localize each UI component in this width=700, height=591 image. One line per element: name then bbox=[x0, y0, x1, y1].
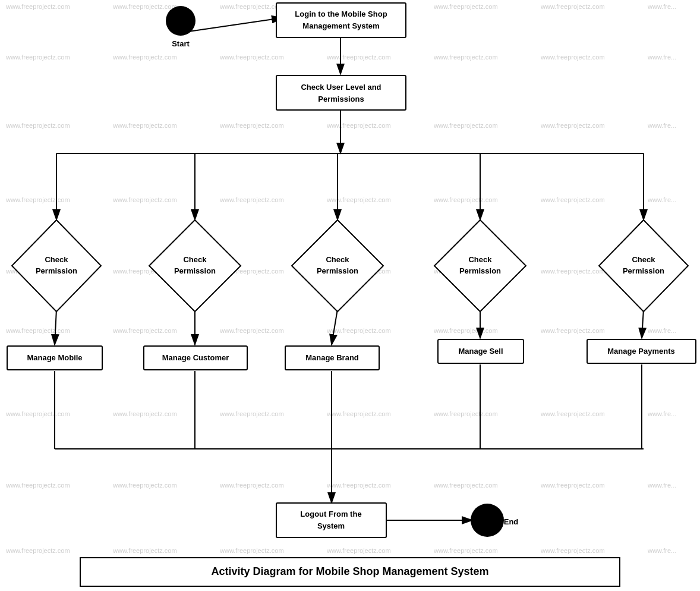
login-node bbox=[276, 3, 406, 37]
svg-text:www.freeprojectz.com: www.freeprojectz.com bbox=[112, 547, 177, 554]
svg-text:www.fre...: www.fre... bbox=[647, 482, 676, 489]
svg-text:www.freeprojectz.com: www.freeprojectz.com bbox=[326, 122, 391, 129]
svg-text:www.freeprojectz.com: www.freeprojectz.com bbox=[540, 547, 605, 554]
svg-text:www.freeprojectz.com: www.freeprojectz.com bbox=[540, 268, 605, 275]
svg-text:www.fre...: www.fre... bbox=[647, 122, 676, 129]
svg-text:www.freeprojectz.com: www.freeprojectz.com bbox=[219, 196, 284, 203]
login-label2: Management System bbox=[302, 21, 379, 30]
check-permission-2 bbox=[149, 220, 241, 312]
svg-text:www.freeprojectz.com: www.freeprojectz.com bbox=[326, 482, 391, 489]
logout-node bbox=[276, 503, 386, 537]
check-permission-5-label2: Permission bbox=[623, 266, 664, 275]
svg-text:www.freeprojectz.com: www.freeprojectz.com bbox=[540, 122, 605, 129]
diagram-container: www.freeprojectz.com www.freeprojectz.co… bbox=[0, 0, 700, 591]
svg-text:www.fre...: www.fre... bbox=[647, 547, 676, 554]
svg-text:www.freeprojectz.com: www.freeprojectz.com bbox=[219, 327, 284, 334]
svg-line-77 bbox=[642, 309, 644, 338]
svg-text:www.freeprojectz.com: www.freeprojectz.com bbox=[433, 54, 498, 61]
check-permission-2-label: Check bbox=[183, 255, 207, 264]
svg-text:www.freeprojectz.com: www.freeprojectz.com bbox=[540, 54, 605, 61]
svg-text:www.freeprojectz.com: www.freeprojectz.com bbox=[5, 54, 70, 61]
check-permission-4-label2: Permission bbox=[459, 266, 501, 275]
svg-text:www.fre...: www.fre... bbox=[647, 3, 676, 10]
svg-text:www.fre...: www.fre... bbox=[647, 54, 676, 61]
diagram-title: Activity Diagram for Mobile Shop Managem… bbox=[211, 565, 488, 577]
check-permission-1 bbox=[12, 220, 101, 312]
check-permission-4-label: Check bbox=[468, 255, 492, 264]
svg-text:www.freeprojectz.com: www.freeprojectz.com bbox=[433, 3, 498, 10]
svg-text:www.freeprojectz.com: www.freeprojectz.com bbox=[5, 547, 70, 554]
svg-text:www.freeprojectz.com: www.freeprojectz.com bbox=[326, 327, 391, 334]
svg-text:www.freeprojectz.com: www.freeprojectz.com bbox=[112, 196, 177, 203]
svg-text:www.freeprojectz.com: www.freeprojectz.com bbox=[5, 410, 70, 417]
svg-text:www.fre...: www.fre... bbox=[647, 196, 676, 203]
svg-text:www.freeprojectz.com: www.freeprojectz.com bbox=[433, 482, 498, 489]
svg-text:www.freeprojectz.com: www.freeprojectz.com bbox=[219, 54, 284, 61]
svg-text:www.freeprojectz.com: www.freeprojectz.com bbox=[326, 196, 391, 203]
svg-text:www.freeprojectz.com: www.freeprojectz.com bbox=[5, 3, 70, 10]
svg-text:www.freeprojectz.com: www.freeprojectz.com bbox=[219, 482, 284, 489]
start-label: Start bbox=[172, 39, 190, 48]
login-label: Login to the Mobile Shop bbox=[295, 10, 387, 18]
svg-text:www.freeprojectz.com: www.freeprojectz.com bbox=[326, 410, 391, 417]
check-user-level-label2: Permissions bbox=[318, 95, 364, 103]
manage-payments-label: Manage Payments bbox=[607, 347, 674, 356]
svg-text:www.freeprojectz.com: www.freeprojectz.com bbox=[5, 482, 70, 489]
svg-text:www.freeprojectz.com: www.freeprojectz.com bbox=[112, 410, 177, 417]
end-label: End bbox=[504, 517, 519, 526]
check-permission-1-label2: Permission bbox=[36, 266, 77, 275]
check-permission-3-label: Check bbox=[326, 255, 349, 264]
check-permission-5 bbox=[599, 220, 688, 312]
svg-text:www.fre...: www.fre... bbox=[647, 327, 676, 334]
svg-text:www.fre...: www.fre... bbox=[647, 410, 676, 417]
svg-text:www.freeprojectz.com: www.freeprojectz.com bbox=[540, 482, 605, 489]
check-permission-4 bbox=[434, 220, 526, 312]
manage-customer-label: Manage Customer bbox=[162, 353, 229, 362]
end-node bbox=[471, 504, 504, 537]
svg-text:www.freeprojectz.com: www.freeprojectz.com bbox=[326, 54, 391, 61]
check-permission-3-label2: Permission bbox=[317, 266, 358, 275]
svg-text:www.freeprojectz.com: www.freeprojectz.com bbox=[219, 3, 284, 10]
manage-sell-label: Manage Sell bbox=[458, 347, 503, 356]
start-node bbox=[166, 6, 196, 36]
svg-text:www.freeprojectz.com: www.freeprojectz.com bbox=[5, 122, 70, 129]
svg-text:www.freeprojectz.com: www.freeprojectz.com bbox=[540, 410, 605, 417]
svg-text:www.freeprojectz.com: www.freeprojectz.com bbox=[219, 122, 284, 129]
check-permission-2-label2: Permission bbox=[174, 266, 216, 275]
svg-line-64 bbox=[181, 18, 282, 33]
check-permission-1-label: Check bbox=[45, 255, 68, 264]
check-permission-5-label: Check bbox=[632, 255, 655, 264]
svg-text:www.freeprojectz.com: www.freeprojectz.com bbox=[219, 410, 284, 417]
svg-text:www.freeprojectz.com: www.freeprojectz.com bbox=[326, 547, 391, 554]
svg-text:www.freeprojectz.com: www.freeprojectz.com bbox=[433, 122, 498, 129]
svg-text:www.freeprojectz.com: www.freeprojectz.com bbox=[540, 327, 605, 334]
svg-text:www.freeprojectz.com: www.freeprojectz.com bbox=[433, 196, 498, 203]
svg-text:www.freeprojectz.com: www.freeprojectz.com bbox=[433, 327, 498, 334]
manage-brand-label: Manage Brand bbox=[305, 353, 359, 362]
svg-text:www.freeprojectz.com: www.freeprojectz.com bbox=[433, 410, 498, 417]
svg-text:www.freeprojectz.com: www.freeprojectz.com bbox=[112, 3, 177, 10]
svg-text:www.freeprojectz.com: www.freeprojectz.com bbox=[5, 196, 70, 203]
svg-text:www.freeprojectz.com: www.freeprojectz.com bbox=[433, 547, 498, 554]
check-user-level-node bbox=[276, 76, 406, 110]
svg-text:www.freeprojectz.com: www.freeprojectz.com bbox=[112, 327, 177, 334]
logout-label: Logout From the bbox=[300, 510, 361, 518]
svg-text:www.freeprojectz.com: www.freeprojectz.com bbox=[112, 122, 177, 129]
check-permission-3 bbox=[292, 220, 383, 312]
svg-text:www.freeprojectz.com: www.freeprojectz.com bbox=[5, 327, 70, 334]
svg-text:www.freeprojectz.com: www.freeprojectz.com bbox=[219, 547, 284, 554]
check-user-level-label: Check User Level and bbox=[301, 83, 381, 92]
svg-text:www.freeprojectz.com: www.freeprojectz.com bbox=[112, 482, 177, 489]
svg-text:www.freeprojectz.com: www.freeprojectz.com bbox=[540, 3, 605, 10]
manage-mobile-label: Manage Mobile bbox=[27, 353, 82, 362]
svg-text:www.freeprojectz.com: www.freeprojectz.com bbox=[540, 196, 605, 203]
logout-label2: System bbox=[317, 521, 345, 530]
svg-text:www.freeprojectz.com: www.freeprojectz.com bbox=[112, 54, 177, 61]
